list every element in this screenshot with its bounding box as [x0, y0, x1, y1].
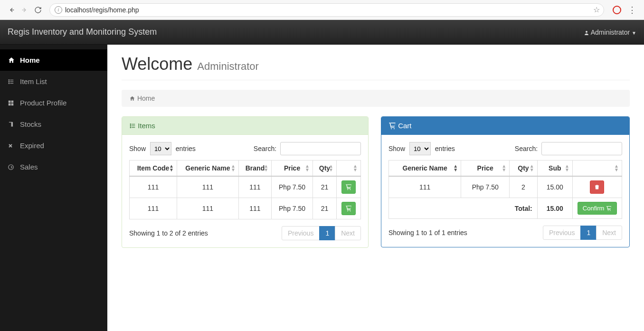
entries-label: entries — [435, 145, 455, 152]
cart-col-action[interactable]: ▲▼ — [572, 161, 622, 177]
table-row: 111 Php 7.50 2 15.00 — [389, 176, 622, 198]
sort-icon: ▲▼ — [305, 164, 310, 172]
cart-col-price[interactable]: Price▲▼ — [461, 161, 510, 177]
cell-sub: 15.00 — [537, 176, 572, 198]
browser-back-button[interactable] — [5, 3, 18, 17]
cart-search-input[interactable] — [541, 142, 622, 155]
sort-icon: ▲▼ — [614, 164, 619, 172]
main-content: Welcome Administrator Home Items Show — [107, 45, 644, 331]
items-col-action[interactable]: ▲▼ — [337, 161, 361, 177]
top-navbar: Regis Inventory and Monitoring System Ad… — [0, 20, 644, 45]
remove-from-cart-button[interactable] — [590, 180, 604, 194]
items-page-1-button[interactable]: 1 — [319, 226, 335, 240]
list-icon — [8, 78, 16, 85]
svg-rect-7 — [9, 83, 9, 84]
navbar-user-label: Administrator — [591, 28, 630, 36]
svg-point-2 — [586, 31, 587, 33]
cart-next-button[interactable]: Next — [596, 226, 622, 240]
cart-datatable-top: Show 10 entries Search: — [388, 142, 622, 155]
sidebar-item-product-profile[interactable]: Product Profile — [0, 92, 107, 113]
cart-info: Showing 1 to 1 of 1 entries — [388, 229, 467, 236]
items-col-brand[interactable]: Brand▲▼ — [238, 161, 271, 177]
navbar-user-menu[interactable]: Administrator ▼ — [584, 28, 636, 36]
arrow-left-icon — [8, 6, 15, 14]
list-icon — [129, 123, 136, 129]
svg-rect-9 — [9, 100, 11, 103]
items-col-price[interactable]: Price▲▼ — [272, 161, 313, 177]
user-icon — [584, 30, 589, 36]
sort-asc-icon: ▲▼ — [453, 164, 458, 172]
cell-price: Php 7.50 — [461, 176, 510, 198]
add-to-cart-button[interactable] — [341, 202, 356, 215]
opera-icon — [613, 6, 621, 14]
sidebar-item-label: Item List — [20, 77, 47, 85]
cell-qty: 2 — [510, 176, 538, 198]
cart-pagination: Previous 1 Next — [543, 226, 622, 240]
table-row: 111 111 111 Php 7.50 21 — [130, 198, 361, 219]
cart-col-qty[interactable]: Qty▲▼ — [510, 161, 538, 177]
add-to-cart-button[interactable] — [341, 180, 356, 194]
svg-rect-19 — [132, 127, 135, 128]
cell-generic: 111 — [389, 176, 461, 198]
items-col-generic[interactable]: Generic Name▲▼ — [177, 161, 238, 177]
svg-rect-4 — [10, 79, 13, 80]
svg-point-25 — [394, 128, 395, 129]
search-label: Search: — [254, 145, 276, 152]
bookmark-star-icon[interactable]: ☆ — [593, 5, 600, 14]
svg-point-21 — [350, 189, 351, 190]
cart-table: Generic Name▲▼ Price▲▼ Qty▲▼ Sub▲▼ ▲▼ 11… — [388, 160, 622, 219]
svg-rect-16 — [130, 125, 131, 126]
cart-total-label: Total: — [389, 198, 538, 219]
confirm-cart-button[interactable]: Confirm — [578, 202, 617, 215]
items-col-qty[interactable]: Qty▲▼ — [313, 161, 336, 177]
items-prev-button[interactable]: Previous — [282, 226, 320, 240]
trash-icon — [594, 184, 600, 190]
entries-label: entries — [176, 145, 196, 152]
items-panel-heading: Items — [122, 117, 368, 135]
items-length-control: Show 10 entries — [129, 142, 196, 155]
svg-rect-5 — [9, 81, 9, 82]
sidebar-item-expired[interactable]: Expired — [0, 135, 107, 156]
url-bar[interactable]: i localhost/regis/home.php ☆ — [49, 3, 604, 17]
cart-total-value: 15.00 — [537, 198, 572, 219]
svg-point-20 — [347, 189, 348, 190]
sidebar-item-label: Stocks — [20, 120, 41, 128]
svg-point-13 — [9, 164, 14, 170]
cart-prev-button[interactable]: Previous — [543, 226, 581, 240]
cart-datatable-bottom: Showing 1 to 1 of 1 entries Previous 1 N… — [388, 226, 622, 240]
cart-length-select[interactable]: 10 — [409, 142, 431, 155]
svg-rect-18 — [130, 127, 131, 128]
svg-point-26 — [608, 210, 609, 211]
cart-page-1-button[interactable]: 1 — [580, 226, 597, 240]
cart-icon — [606, 206, 612, 211]
items-search-input[interactable] — [280, 142, 361, 155]
sort-asc-icon: ▲▼ — [169, 164, 174, 172]
breadcrumb: Home — [122, 90, 630, 107]
browser-reload-button[interactable] — [31, 3, 45, 17]
sidebar-item-home[interactable]: Home — [0, 49, 107, 71]
cart-length-control: Show 10 entries — [388, 142, 455, 155]
browser-forward-button[interactable] — [18, 3, 31, 17]
items-length-select[interactable]: 10 — [150, 142, 171, 155]
sort-icon: ▲▼ — [502, 164, 506, 172]
sidebar-item-stocks[interactable]: Stocks — [0, 113, 107, 135]
items-table: Item Code▲▼ Generic Name▲▼ Brand▲▼ Price… — [129, 160, 361, 219]
cart-col-sub[interactable]: Sub▲▼ — [537, 161, 572, 177]
sidebar-item-label: Home — [20, 56, 40, 64]
sidebar-item-sales[interactable]: Sales — [0, 156, 107, 178]
items-next-button[interactable]: Next — [335, 226, 361, 240]
arrow-right-icon — [21, 6, 28, 14]
sort-icon: ▲▼ — [231, 164, 236, 172]
sidebar-item-item-list[interactable]: Item List — [0, 71, 107, 92]
confirm-label: Confirm — [583, 205, 605, 212]
show-label: Show — [388, 145, 405, 152]
cart-col-generic[interactable]: Generic Name▲▼ — [389, 161, 461, 177]
svg-rect-3 — [9, 79, 9, 80]
grid-icon — [8, 100, 16, 106]
sort-icon: ▲▼ — [329, 164, 333, 172]
page-subtitle: Administrator — [197, 60, 259, 72]
browser-menu-button[interactable]: ⋮ — [625, 5, 639, 15]
info-icon: i — [55, 6, 62, 14]
cart-icon — [345, 205, 352, 212]
items-col-code[interactable]: Item Code▲▼ — [130, 161, 177, 177]
